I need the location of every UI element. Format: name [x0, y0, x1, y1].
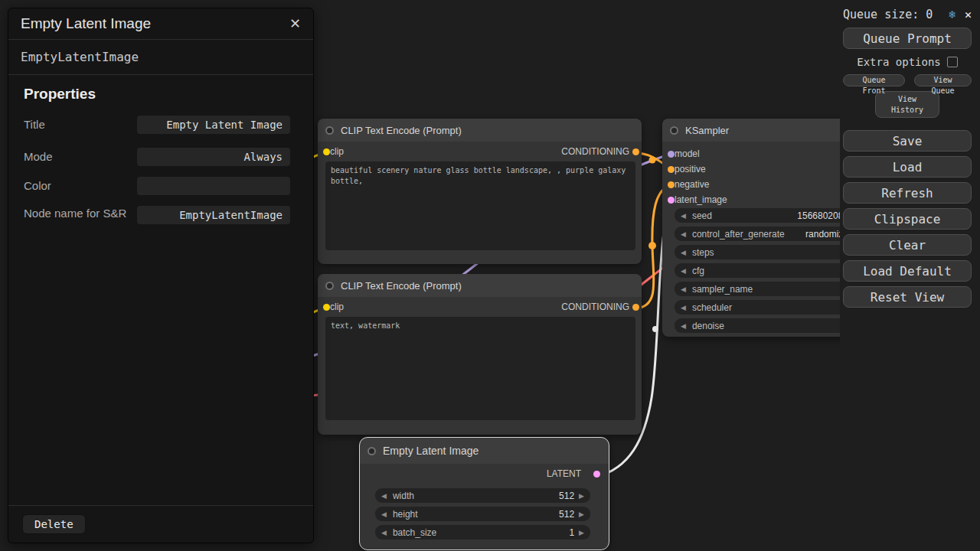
height-widget[interactable]: ◀ height 512 ▶ — [375, 507, 590, 521]
comfy-logo-icon: ❄ — [949, 8, 956, 21]
sampler-name-widget[interactable]: ◀ sampler_name ▶ — [675, 282, 864, 296]
decrement-icon[interactable]: ◀ — [381, 529, 387, 536]
node-title: CLIP Text Encode (Prompt) — [341, 125, 462, 136]
decrement-icon[interactable]: ◀ — [681, 249, 686, 256]
queue-prompt-button[interactable]: Queue Prompt — [843, 28, 972, 49]
decrement-icon[interactable]: ◀ — [681, 322, 686, 330]
link-midpoint-dot[interactable] — [652, 326, 658, 332]
decrement-icon[interactable]: ◀ — [681, 285, 686, 293]
load-default-button[interactable]: Load Default — [843, 260, 972, 282]
mode-input[interactable]: Always — [137, 148, 290, 166]
input-label: clip — [330, 146, 344, 157]
width-widget[interactable]: ◀ width 512 ▶ — [375, 488, 590, 503]
node-status-dot[interactable] — [368, 447, 376, 455]
node-clip-text-encode-negative[interactable]: CLIP Text Encode (Prompt) clip CONDITION… — [318, 274, 642, 435]
close-icon[interactable]: ✕ — [289, 15, 301, 32]
clipspace-button[interactable]: Clipspace — [843, 208, 972, 230]
input-label: positive — [675, 164, 706, 174]
comfy-menu: Queue size: 0 ❄ ✕ Queue Prompt Extra opt… — [840, 0, 980, 551]
decrement-icon[interactable]: ◀ — [681, 212, 686, 220]
clip-input-port[interactable] — [323, 304, 330, 311]
node-title: CLIP Text Encode (Prompt) — [341, 280, 462, 292]
field-label-title: Title — [24, 117, 45, 132]
model-input-port[interactable] — [668, 151, 675, 158]
delete-button[interactable]: Delete — [22, 514, 86, 534]
steps-widget[interactable]: ◀ steps ▶ — [675, 245, 864, 259]
node-type-name: EmptyLatentImage — [8, 40, 313, 75]
title-input[interactable]: Empty Latent Image — [137, 116, 290, 134]
decrement-icon[interactable]: ◀ — [381, 492, 387, 500]
refresh-button[interactable]: Refresh — [843, 182, 972, 204]
increment-icon[interactable]: ▶ — [579, 529, 584, 536]
output-label: CONDITIONING — [561, 302, 629, 312]
close-menu-icon[interactable]: ✕ — [965, 8, 972, 21]
field-label-node-name: Node name for S&R — [24, 206, 137, 221]
queue-front-button[interactable]: Queue Front — [843, 74, 905, 86]
prompt-textarea[interactable]: text, watermark — [325, 317, 635, 420]
control-after-generate-widget[interactable]: ◀ control_after_generate randomize ▶ — [675, 227, 864, 241]
scheduler-widget[interactable]: ◀ scheduler ▶ — [675, 300, 864, 315]
positive-input-port[interactable] — [668, 166, 675, 173]
properties-heading: Properties — [24, 86, 313, 103]
reset-view-button[interactable]: Reset View — [843, 286, 972, 308]
color-input[interactable] — [137, 177, 290, 195]
latent-image-input-port[interactable] — [668, 197, 675, 204]
link-midpoint-dot[interactable] — [649, 157, 656, 164]
node-status-dot[interactable] — [670, 126, 678, 135]
batch-size-widget[interactable]: ◀ batch_size 1 ▶ — [375, 525, 590, 540]
queue-size-label: Queue size: 0 — [843, 8, 933, 21]
input-label: model — [675, 148, 700, 159]
output-label: LATENT — [547, 468, 581, 479]
node-properties-panel: Empty Latent Image ✕ EmptyLatentImage Pr… — [8, 8, 314, 543]
increment-icon[interactable]: ▶ — [579, 492, 584, 500]
input-label: latent_image — [675, 194, 727, 205]
field-label-mode: Mode — [24, 149, 53, 165]
node-name-input[interactable]: EmptyLatentImage — [137, 206, 290, 224]
decrement-icon[interactable]: ◀ — [681, 267, 686, 275]
node-status-dot[interactable] — [325, 282, 334, 290]
node-title: Empty Latent Image — [383, 445, 479, 457]
node-status-dot[interactable] — [325, 126, 334, 135]
panel-title: Empty Latent Image — [21, 15, 151, 32]
decrement-icon[interactable]: ◀ — [681, 230, 686, 238]
cfg-widget[interactable]: ◀ cfg ▶ — [675, 263, 864, 278]
denoise-widget[interactable]: ◀ denoise ▶ — [675, 318, 864, 333]
clip-input-port[interactable] — [323, 148, 330, 155]
field-label-color: Color — [24, 178, 51, 194]
node-title-bar[interactable]: CLIP Text Encode (Prompt) — [318, 274, 642, 297]
node-title-bar[interactable]: Empty Latent Image — [360, 438, 609, 464]
input-label: clip — [330, 302, 344, 312]
conditioning-output-port[interactable] — [632, 148, 639, 155]
node-empty-latent-image[interactable]: Empty Latent Image LATENT ◀ width 512 ▶ … — [360, 438, 609, 549]
node-title-bar[interactable]: CLIP Text Encode (Prompt) — [318, 119, 642, 142]
negative-input-port[interactable] — [668, 181, 675, 188]
extra-options-label: Extra options — [857, 56, 941, 68]
increment-icon[interactable]: ▶ — [579, 510, 584, 518]
comfyui-canvas[interactable]: CLIP Text Encode (Prompt) clip CONDITION… — [0, 0, 980, 551]
decrement-icon[interactable]: ◀ — [381, 510, 387, 518]
output-label: CONDITIONING — [561, 146, 629, 157]
view-history-button[interactable]: View History — [875, 91, 939, 118]
extra-options-checkbox[interactable] — [947, 57, 958, 67]
clear-button[interactable]: Clear — [843, 234, 972, 256]
prompt-textarea[interactable]: beautiful scenery nature glass bottle la… — [325, 161, 635, 250]
link-midpoint-dot[interactable] — [648, 242, 656, 249]
decrement-icon[interactable]: ◀ — [681, 304, 686, 311]
conditioning-output-port[interactable] — [632, 304, 639, 311]
load-button[interactable]: Load — [843, 156, 972, 178]
seed-widget[interactable]: ◀ seed 1566802087 ▶ — [675, 208, 864, 223]
latent-output-port[interactable] — [593, 471, 600, 478]
node-clip-text-encode-positive[interactable]: CLIP Text Encode (Prompt) clip CONDITION… — [318, 119, 642, 264]
node-title: KSampler — [685, 125, 729, 136]
input-label: negative — [675, 179, 709, 190]
save-button[interactable]: Save — [843, 130, 972, 152]
view-queue-button[interactable]: View Queue — [914, 74, 972, 86]
